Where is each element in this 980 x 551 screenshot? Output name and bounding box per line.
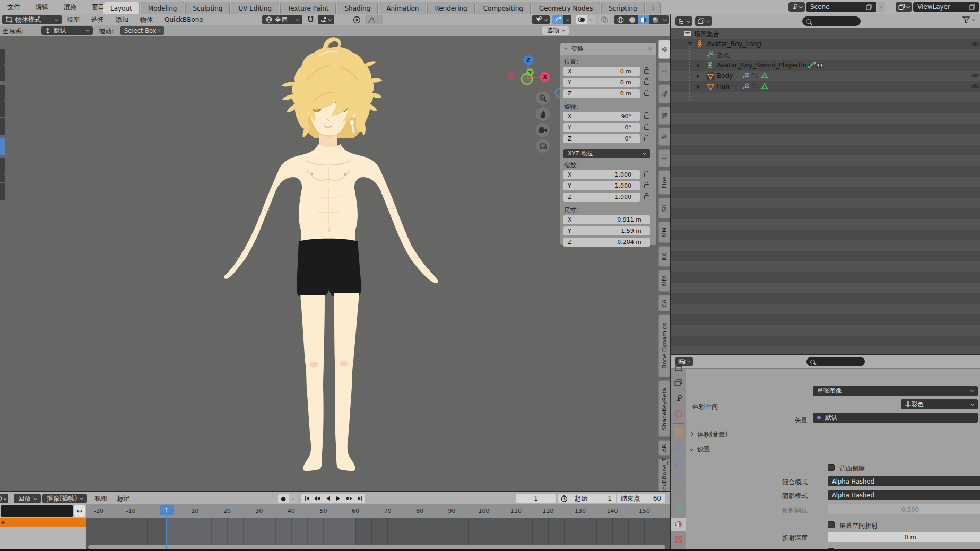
channel-filter-input[interactable] [1, 505, 73, 517]
rotation-z-field[interactable]: Z0° [563, 134, 640, 143]
frame-start-field[interactable]: 起始1 [570, 494, 616, 503]
visibility-eye-icon[interactable] [971, 73, 979, 78]
backface-culling-checkbox[interactable] [828, 464, 835, 471]
viewport-menu[interactable]: 选择 [89, 15, 106, 24]
options-button[interactable]: 选项 [542, 26, 569, 35]
lock-icon[interactable] [644, 137, 649, 141]
scene-selector-icon-button[interactable] [788, 2, 805, 12]
gizmos-toggle[interactable] [552, 15, 571, 24]
drag-dots-icon[interactable]: ⠿ [648, 47, 652, 51]
toolbar-rotate-tool[interactable] [0, 101, 5, 117]
world-properties-tab[interactable] [674, 410, 683, 418]
workspace-tab[interactable]: Scripting [601, 2, 644, 14]
timeline-scrollbar[interactable] [88, 545, 665, 549]
vector-dropdown[interactable]: 默认 [813, 413, 978, 423]
playhead-frame-label[interactable]: 1 [160, 505, 174, 515]
expand-channels-button[interactable]: ↔ [74, 505, 85, 517]
scene-name-field[interactable]: Scene [806, 2, 876, 12]
toolbar-cursor-tool[interactable] [0, 65, 5, 81]
keying-dropdown[interactable]: 抠像(插帧) [42, 494, 87, 503]
use-preview-range-button[interactable] [558, 494, 570, 503]
timeline-marker-menu[interactable]: 标记 [114, 494, 133, 503]
properties-search-input[interactable] [806, 357, 865, 366]
outliner-row[interactable]: 姿态 [671, 49, 980, 60]
drag-dropdown[interactable]: Select Box [120, 26, 164, 35]
workspace-tab[interactable]: Sculpting [185, 2, 230, 14]
jump-to-start-button[interactable] [301, 494, 312, 503]
sidebar-tab-ca[interactable]: CA [658, 295, 670, 311]
sidebar-tab-shapekeyreta[interactable]: ShapeKeyReta [658, 380, 670, 437]
toolbar-move-tool[interactable] [0, 85, 5, 101]
mode-dropdown[interactable]: 物体模式 [2, 15, 62, 24]
orientation-dropdown[interactable]: 全局 [262, 15, 302, 24]
workspace-tab[interactable]: Geometry Nodes [532, 2, 600, 14]
workspace-tab[interactable]: UV Editing [231, 2, 279, 14]
toolbar-scale-tool[interactable] [0, 118, 5, 135]
workspace-tab[interactable]: Modeling [141, 2, 185, 14]
blend-mode-dropdown[interactable]: Alpha Hashed [828, 476, 980, 486]
copy-icon[interactable] [969, 4, 975, 10]
workspace-tab[interactable]: Animation [379, 2, 426, 14]
outliner-row[interactable]: Avatar_Boy_Long [671, 39, 980, 49]
dimensions-y-field[interactable]: Y1.59 m [563, 226, 650, 235]
sidebar-tab-sli[interactable]: Sli [658, 198, 670, 218]
unlink-scene-button[interactable]: × [877, 2, 885, 12]
lock-icon[interactable] [644, 69, 649, 74]
shading-wireframe-button[interactable] [614, 15, 626, 24]
coord-system-dropdown[interactable]: 默认 [41, 26, 93, 35]
visibility-eye-icon[interactable] [971, 83, 979, 89]
settings-panel-header[interactable]: 设置 [690, 445, 710, 454]
dimensions-x-field[interactable]: X0.911 m [563, 215, 650, 224]
lock-icon[interactable] [644, 81, 649, 85]
visibility-eye-icon[interactable] [971, 41, 979, 47]
location-x-field[interactable]: X0 m [563, 67, 640, 76]
proportional-falloff-dropdown[interactable] [365, 15, 383, 24]
viewport-menu[interactable]: 添加 [114, 15, 131, 24]
outliner-search-input[interactable] [802, 16, 861, 26]
toolbar-measure-tool[interactable] [0, 174, 5, 182]
clip-threshold-slider[interactable]: 0.500 [828, 504, 980, 514]
toolbar-transform-tool-active[interactable] [0, 138, 5, 155]
shading-rendered-button[interactable] [649, 15, 661, 24]
shading-dropdown[interactable] [661, 15, 669, 24]
overlays-toggle[interactable] [576, 15, 595, 24]
camera-view-button[interactable] [536, 123, 550, 137]
shadow-mode-dropdown[interactable]: Alpha Hashed [828, 490, 980, 500]
outliner-row[interactable]: Hair [671, 81, 980, 92]
outliner-filter-id-dropdown[interactable] [695, 16, 712, 26]
shading-material-button[interactable] [638, 15, 649, 24]
scale-z-field[interactable]: Z1.000 [563, 193, 640, 202]
expander-closed[interactable] [697, 64, 699, 68]
expander-closed[interactable] [697, 74, 699, 78]
physics-properties-tab[interactable] [674, 474, 682, 482]
proportional-editing-icon[interactable] [353, 16, 361, 24]
lock-icon[interactable] [644, 126, 649, 130]
refraction-depth-field[interactable]: 0 m [828, 532, 980, 542]
playback-dropdown[interactable]: 回放 [14, 494, 41, 503]
visibility-toggle[interactable] [971, 83, 979, 89]
workspace-tab[interactable]: Compositing [476, 2, 531, 14]
timeline-editor-type-button[interactable] [0, 494, 8, 503]
jump-to-end-button[interactable] [354, 494, 365, 503]
sidebar-tab--[interactable]: 编 [658, 107, 670, 125]
sidebar-tab-mm[interactable]: MM [658, 222, 670, 243]
scale-x-field[interactable]: X1.000 [563, 170, 640, 179]
perspective-toggle-button[interactable] [536, 139, 550, 153]
sidebar-tab-kk[interactable]: KK [658, 246, 670, 267]
lock-icon[interactable] [644, 184, 649, 188]
ssr-checkbox[interactable] [828, 521, 835, 528]
material-properties-tab[interactable] [674, 520, 683, 528]
lock-icon[interactable] [644, 115, 649, 119]
volume-panel-header[interactable]: 体积(音量) [690, 430, 727, 439]
toolbar-annotate-tool[interactable] [0, 158, 5, 174]
prev-keyframe-button[interactable] [312, 494, 323, 503]
texture-properties-tab[interactable] [674, 536, 682, 543]
expander-open[interactable] [688, 42, 692, 45]
autokey-dropdown[interactable] [289, 494, 297, 503]
image-source-dropdown[interactable]: 单张图像 [813, 386, 978, 396]
channel-row-selected[interactable]: ◆ [0, 518, 86, 527]
character-model[interactable] [175, 36, 451, 491]
viewport-menu[interactable]: QuickBBone [162, 16, 205, 23]
xray-toggle[interactable] [599, 15, 610, 24]
rotation-x-field[interactable]: X90° [563, 112, 640, 121]
